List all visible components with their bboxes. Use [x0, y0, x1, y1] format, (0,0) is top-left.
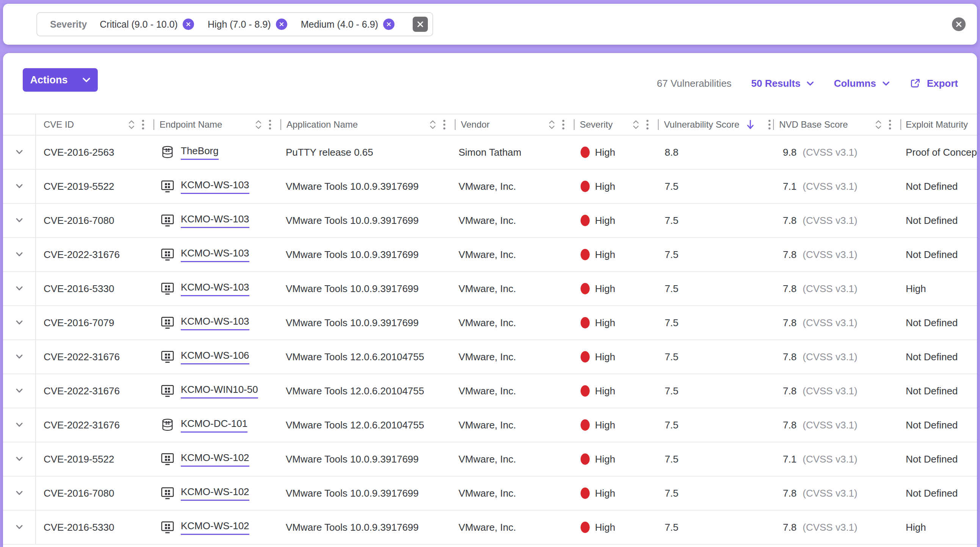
chevron-down-icon: [15, 251, 24, 258]
column-menu-icon[interactable]: [646, 119, 649, 130]
severity-label: High: [595, 181, 615, 192]
endpoint-link[interactable]: KCMO-WS-102: [181, 452, 249, 467]
application-name-cell: VMware Tools 10.0.9.3917699: [280, 442, 455, 476]
application-name-cell: VMware Tools 10.0.9.3917699: [280, 510, 455, 544]
row-expander[interactable]: [3, 477, 36, 510]
column-menu-icon[interactable]: [142, 119, 145, 130]
severity-dot: [581, 215, 590, 226]
sort-icon[interactable]: [430, 119, 436, 130]
endpoint-cell: KCMO-WS-103: [153, 272, 280, 305]
nvd-base-score-cell: 9.8 (CVSS v3.1): [773, 136, 900, 169]
endpoint-link[interactable]: TheBorg: [181, 145, 219, 160]
vulnerability-score-cell: 7.5: [658, 477, 773, 510]
application-name-cell: PuTTY release 0.65: [280, 136, 455, 169]
endpoint-link[interactable]: KCMO-DC-101: [181, 418, 247, 433]
endpoint-link[interactable]: KCMO-WS-102: [181, 486, 249, 501]
vendor-cell: VMware, Inc.: [455, 409, 574, 442]
vendor-cell: VMware, Inc.: [455, 238, 574, 271]
row-expander[interactable]: [3, 238, 36, 271]
chevron-down-icon: [807, 81, 814, 86]
column-menu-icon[interactable]: [443, 119, 445, 130]
endpoint-cell: KCMO-WS-103: [153, 204, 280, 237]
endpoint-cell: KCMO-WS-103: [153, 170, 280, 203]
remove-chip-button[interactable]: [183, 19, 194, 30]
endpoint-link[interactable]: KCMO-WS-103: [181, 213, 249, 228]
endpoint-cell: KCMO-DC-101: [153, 409, 280, 442]
exploit-maturity-cell: Not Defined: [900, 442, 977, 476]
actions-button[interactable]: Actions: [23, 68, 98, 92]
column-header-application-name[interactable]: Application Name: [280, 114, 455, 135]
row-expander[interactable]: [3, 170, 36, 203]
clear-all-filters-button[interactable]: [952, 17, 966, 31]
row-expander[interactable]: [3, 340, 36, 374]
column-menu-icon[interactable]: [889, 119, 891, 130]
sort-icon[interactable]: [548, 119, 555, 130]
vendor-cell: VMware, Inc.: [455, 442, 574, 476]
cvss-version-label: (CVSS v3.1): [803, 317, 858, 329]
row-expander[interactable]: [3, 136, 36, 169]
results-per-page-dropdown[interactable]: 50 Results: [751, 78, 814, 89]
column-header-severity[interactable]: Severity: [574, 114, 658, 135]
nvd-score-value: 7.1: [779, 181, 797, 192]
endpoint-link[interactable]: KCMO-WS-103: [181, 281, 249, 296]
row-expander[interactable]: [3, 442, 36, 476]
column-header-vulnerability-score[interactable]: Vulnerability Score: [658, 114, 773, 135]
export-icon: [910, 78, 921, 89]
severity-dot: [581, 522, 590, 533]
column-menu-icon[interactable]: [562, 119, 565, 130]
cve-id-cell: CVE-2016-7080: [36, 477, 153, 510]
row-expander[interactable]: [3, 204, 36, 237]
table-toolbar: Actions 67 Vulnerabilities 50 Results Co…: [3, 53, 977, 114]
table-row: CVE-2016-7080 KCMO-WS-102 VMwar: [3, 477, 977, 510]
endpoint-link[interactable]: KCMO-WS-106: [181, 350, 249, 364]
column-header-cve-id[interactable]: CVE ID: [36, 114, 153, 135]
endpoint-link[interactable]: KCMO-WS-102: [181, 520, 249, 535]
column-header-nvd-base-score[interactable]: NVD Base Score: [773, 114, 900, 135]
columns-dropdown[interactable]: Columns: [834, 78, 889, 89]
remove-chip-button[interactable]: [276, 19, 287, 30]
severity-filter-label: Severity: [50, 19, 87, 30]
vulnerability-score-cell: 7.5: [658, 170, 773, 203]
vulnerability-score-cell: 7.5: [658, 442, 773, 476]
column-header-vendor[interactable]: Vendor: [455, 114, 574, 135]
sort-icon[interactable]: [633, 119, 639, 130]
column-header-exploit-maturity[interactable]: Exploit Maturity: [900, 114, 977, 135]
sort-icon[interactable]: [255, 119, 262, 130]
severity-dot: [581, 488, 590, 499]
export-button[interactable]: Export: [910, 78, 958, 89]
endpoint-link[interactable]: KCMO-WIN10-50: [181, 384, 258, 399]
sort-descending-icon[interactable]: [746, 119, 754, 131]
column-menu-icon[interactable]: [768, 119, 771, 130]
application-name-cell: VMware Tools 12.0.6.20104755: [280, 340, 455, 374]
row-expander[interactable]: [3, 374, 36, 408]
nvd-score-value: 7.8: [779, 488, 797, 499]
vulnerability-score-cell: 7.5: [658, 340, 773, 374]
endpoint-cell: KCMO-WS-102: [153, 510, 280, 544]
application-name-cell: VMware Tools 10.0.9.3917699: [280, 477, 455, 510]
row-expander[interactable]: [3, 306, 36, 339]
workstation-icon: [160, 486, 175, 501]
clear-severity-filter-button[interactable]: [413, 17, 428, 32]
application-name-cell: VMware Tools 10.0.9.3917699: [280, 204, 455, 237]
severity-label: High: [595, 146, 615, 158]
column-menu-icon[interactable]: [269, 119, 271, 130]
remove-chip-button[interactable]: [383, 19, 395, 30]
chevron-down-icon: [15, 286, 24, 292]
filter-bar: Severity Critical (9.0 - 10.0)High (7.0 …: [3, 4, 977, 45]
row-expander[interactable]: [3, 409, 36, 442]
vendor-cell: Simon Tatham: [455, 136, 574, 169]
row-expander[interactable]: [3, 510, 36, 544]
endpoint-link[interactable]: KCMO-WS-103: [181, 316, 249, 330]
vendor-cell: VMware, Inc.: [455, 510, 574, 544]
endpoint-link[interactable]: KCMO-WS-103: [181, 179, 249, 194]
vendor-cell: VMware, Inc.: [455, 306, 574, 339]
vulnerability-score-cell: 7.5: [658, 204, 773, 237]
column-header-endpoint-name[interactable]: Endpoint Name: [153, 114, 280, 135]
vulnerability-score-cell: 7.5: [658, 374, 773, 408]
endpoint-link[interactable]: KCMO-WS-103: [181, 247, 249, 262]
table-body: CVE-2016-2563 TheBorg PuTTY rel: [3, 136, 977, 545]
sort-icon[interactable]: [128, 119, 135, 130]
row-expander[interactable]: [3, 272, 36, 305]
severity-cell: High: [574, 272, 658, 305]
sort-icon[interactable]: [875, 119, 882, 130]
